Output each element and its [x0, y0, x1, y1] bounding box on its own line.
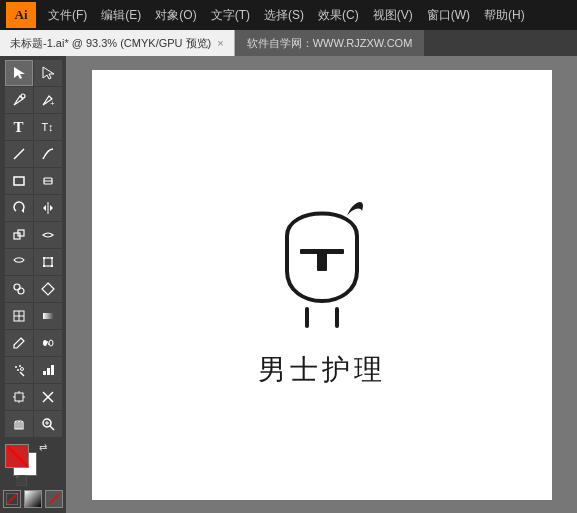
default-colors-button[interactable]: ⬛: [15, 475, 27, 486]
free-transform-tool[interactable]: [34, 249, 62, 275]
title-bar: Ai 文件(F) 编辑(E) 对象(O) 文字(T) 选择(S) 效果(C) 视…: [0, 0, 577, 30]
swap-colors-button[interactable]: ⇄: [39, 442, 47, 453]
canvas-area[interactable]: 男士护理: [66, 56, 577, 513]
color-mode-row: [3, 490, 63, 508]
mesh-tool[interactable]: [5, 303, 33, 329]
svg-rect-5: [14, 177, 24, 185]
svg-rect-15: [43, 257, 45, 259]
tool-row-4: [5, 141, 62, 167]
gradient-tool[interactable]: [34, 303, 62, 329]
menu-edit[interactable]: 编辑(E): [95, 5, 147, 26]
perspective-grid-tool[interactable]: [34, 276, 62, 302]
canvas-document: 男士护理: [92, 70, 552, 500]
artboard-tool[interactable]: [5, 384, 33, 410]
tab-active[interactable]: 未标题-1.ai* @ 93.3% (CMYK/GPU 预览) ×: [0, 30, 235, 56]
warp-tool[interactable]: [5, 249, 33, 275]
tool-row-3: T T↕: [5, 114, 62, 140]
main-layout: + T T↕: [0, 56, 577, 513]
tab-info: 软件自学网：WWW.RJZXW.COM: [235, 30, 425, 56]
svg-line-4: [14, 149, 24, 159]
type-tool[interactable]: T: [5, 114, 33, 140]
slice-tool[interactable]: [34, 384, 62, 410]
tab-label: 未标题-1.ai* @ 93.3% (CMYK/GPU 预览): [10, 36, 211, 51]
svg-line-47: [8, 447, 28, 467]
tool-row-5: [5, 168, 62, 194]
svg-rect-25: [43, 313, 53, 319]
svg-marker-21: [42, 283, 54, 295]
svg-point-26: [43, 340, 47, 346]
zoom-tool[interactable]: [34, 411, 62, 437]
hand-tool[interactable]: [5, 411, 33, 437]
menu-view[interactable]: 视图(V): [367, 5, 419, 26]
svg-text:+: +: [50, 99, 55, 107]
tool-row-9: [5, 276, 62, 302]
svg-line-48: [7, 494, 17, 504]
menu-help[interactable]: 帮助(H): [478, 5, 531, 26]
none-color-button[interactable]: [3, 490, 21, 508]
svg-rect-14: [44, 258, 52, 266]
logo-text-label: 男士护理: [258, 351, 386, 389]
svg-rect-33: [43, 371, 46, 375]
vertical-type-tool[interactable]: T↕: [34, 114, 62, 140]
menu-file[interactable]: 文件(F): [42, 5, 93, 26]
menu-type[interactable]: 文字(T): [205, 5, 256, 26]
symbol-sprayer-tool[interactable]: [5, 357, 33, 383]
bar-chart-tool[interactable]: [34, 357, 62, 383]
svg-marker-0: [14, 67, 25, 79]
svg-rect-52: [317, 249, 327, 271]
tool-row-10: [5, 303, 62, 329]
menu-select[interactable]: 选择(S): [258, 5, 310, 26]
rotate-tool[interactable]: [5, 195, 33, 221]
svg-point-31: [17, 369, 19, 371]
tool-row-7: [5, 222, 62, 248]
tool-row-11: [5, 330, 62, 356]
direct-selection-tool[interactable]: [34, 60, 62, 86]
svg-rect-36: [15, 393, 23, 401]
none-stroke-button[interactable]: [45, 490, 63, 508]
svg-point-27: [49, 340, 53, 346]
svg-point-32: [20, 368, 23, 371]
tool-row-2: +: [5, 87, 62, 113]
svg-rect-35: [51, 365, 54, 375]
toolbar: + T T↕: [0, 56, 66, 513]
pen-tool[interactable]: [5, 87, 33, 113]
tab-close-button[interactable]: ×: [217, 37, 223, 49]
arc-tool[interactable]: [34, 141, 62, 167]
svg-line-50: [49, 494, 59, 504]
eraser-tool[interactable]: [34, 168, 62, 194]
menu-bar: 文件(F) 编辑(E) 对象(O) 文字(T) 选择(S) 效果(C) 视图(V…: [42, 5, 531, 26]
tool-row-12: [5, 357, 62, 383]
svg-point-2: [21, 94, 25, 98]
svg-rect-16: [51, 257, 53, 259]
add-anchor-tool[interactable]: +: [34, 87, 62, 113]
tab-info-label: 软件自学网：WWW.RJZXW.COM: [247, 36, 413, 51]
rectangle-tool[interactable]: [5, 168, 33, 194]
fill-color-box[interactable]: [5, 444, 29, 468]
menu-object[interactable]: 对象(O): [149, 5, 202, 26]
tool-row-1: [5, 60, 62, 86]
tool-row-6: [5, 195, 62, 221]
svg-rect-18: [51, 265, 53, 267]
menu-effect[interactable]: 效果(C): [312, 5, 365, 26]
blend-tool[interactable]: [34, 330, 62, 356]
eyedropper-tool[interactable]: [5, 330, 33, 356]
ai-logo: Ai: [6, 2, 36, 28]
reflect-tool[interactable]: [34, 195, 62, 221]
color-section: ⇄ ⬛: [0, 438, 67, 512]
menu-window[interactable]: 窗口(W): [421, 5, 476, 26]
scale-tool[interactable]: [5, 222, 33, 248]
svg-line-44: [50, 426, 54, 430]
tool-row-8: [5, 249, 62, 275]
svg-point-20: [18, 288, 24, 294]
gradient-color-button[interactable]: [24, 490, 42, 508]
shape-builder-tool[interactable]: [5, 276, 33, 302]
svg-rect-34: [47, 368, 50, 375]
line-tool[interactable]: [5, 141, 33, 167]
tab-bar: 未标题-1.ai* @ 93.3% (CMYK/GPU 预览) × 软件自学网：…: [0, 30, 577, 56]
tool-row-14: [5, 411, 62, 437]
svg-marker-1: [43, 67, 54, 79]
tool-row-13: [5, 384, 62, 410]
width-tool[interactable]: [34, 222, 62, 248]
selection-tool[interactable]: [5, 60, 33, 86]
svg-marker-11: [50, 205, 53, 211]
